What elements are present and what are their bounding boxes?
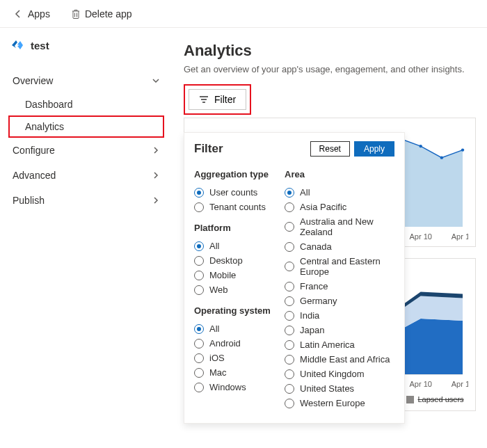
- filter-icon: [199, 95, 209, 104]
- sidebar: test Overview Dashboard Analytics Config…: [0, 28, 173, 448]
- radio-option[interactable]: India: [285, 308, 394, 323]
- radio-option[interactable]: All: [194, 321, 272, 336]
- legend-label: Lapsed users: [418, 395, 464, 403]
- radio-label: iOS: [209, 353, 225, 363]
- radio-option[interactable]: Tenant counts: [194, 200, 272, 214]
- radio-option[interactable]: iOS: [194, 351, 272, 365]
- radio-option[interactable]: Western Europe: [285, 396, 394, 410]
- radio-option[interactable]: All: [285, 185, 394, 200]
- sidebar-item-label: Configure: [13, 145, 55, 156]
- radio-icon: [194, 324, 204, 334]
- sidebar-item-configure[interactable]: Configure: [8, 138, 164, 163]
- radio-icon: [285, 369, 294, 379]
- page-subtitle: Get an overview of your app's usage, eng…: [184, 64, 476, 74]
- radio-label: Germany: [300, 296, 337, 306]
- radio-label: Canada: [300, 241, 332, 252]
- radio-label: Australia and New Zealand: [300, 216, 394, 237]
- filter-group-label-area: Area: [285, 169, 394, 179]
- radio-option[interactable]: Mac: [194, 365, 272, 380]
- legend-swatch-icon: [406, 396, 414, 403]
- radio-option[interactable]: Windows: [194, 380, 272, 394]
- sidebar-item-overview[interactable]: Overview: [8, 68, 164, 93]
- radio-label: Mac: [209, 367, 227, 378]
- filter-group-label-agg: Aggregation type: [194, 169, 272, 179]
- radio-icon: [285, 188, 294, 198]
- radio-icon: [285, 355, 294, 365]
- chevron-left-icon: [14, 10, 22, 18]
- radio-icon: [285, 202, 294, 212]
- sidebar-item-analytics[interactable]: Analytics: [8, 115, 164, 138]
- radio-label: All: [300, 187, 310, 198]
- radio-icon: [194, 271, 204, 280]
- radio-icon: [194, 339, 204, 349]
- chevron-right-icon: [152, 196, 160, 205]
- radio-icon: [285, 282, 294, 291]
- radio-option[interactable]: Germany: [285, 294, 394, 308]
- radio-label: United Kingdom: [300, 369, 365, 379]
- radio-option[interactable]: Latin America: [285, 337, 394, 352]
- sidebar-item-advanced[interactable]: Advanced: [8, 163, 164, 188]
- filter-button[interactable]: Filter: [189, 89, 246, 110]
- filter-group-label-os: Operating system: [194, 305, 272, 316]
- svg-point-12: [461, 148, 464, 151]
- delete-app-button[interactable]: Delete app: [65, 6, 138, 22]
- apply-button[interactable]: Apply: [354, 141, 394, 157]
- svg-text:Apr 19: Apr 19: [452, 380, 468, 388]
- radio-icon: [194, 256, 204, 266]
- radio-label: All: [209, 323, 219, 334]
- radio-icon: [194, 383, 204, 392]
- chevron-down-icon: [152, 77, 160, 85]
- radio-option[interactable]: Australia and New Zealand: [285, 214, 394, 239]
- radio-label: All: [209, 241, 219, 251]
- radio-label: Central and Eastern Europe: [300, 256, 394, 277]
- radio-label: Japan: [300, 325, 324, 335]
- sidebar-item-label: Publish: [13, 195, 45, 206]
- back-button-label: Apps: [28, 8, 50, 19]
- radio-label: Mobile: [209, 270, 236, 280]
- radio-icon: [194, 285, 204, 295]
- reset-button[interactable]: Reset: [310, 141, 350, 157]
- radio-option[interactable]: Middle East and Africa: [285, 352, 394, 367]
- sidebar-item-publish[interactable]: Publish: [8, 188, 164, 213]
- filter-button-highlight: Filter: [184, 84, 251, 115]
- radio-label: France: [300, 281, 328, 291]
- radio-option[interactable]: User counts: [194, 185, 272, 200]
- radio-label: Windows: [209, 382, 246, 392]
- radio-label: India: [300, 310, 319, 321]
- radio-option[interactable]: United Kingdom: [285, 367, 394, 381]
- radio-icon: [285, 242, 294, 252]
- radio-icon: [194, 241, 204, 251]
- radio-option[interactable]: Central and Eastern Europe: [285, 254, 394, 279]
- svg-text:Apr 10: Apr 10: [409, 380, 431, 388]
- radio-option[interactable]: All: [194, 239, 272, 253]
- radio-label: Desktop: [209, 255, 243, 266]
- radio-icon: [194, 202, 204, 212]
- radio-option[interactable]: Mobile: [194, 268, 272, 282]
- chevron-right-icon: [152, 146, 160, 154]
- filter-panel-title: Filter: [194, 142, 223, 156]
- sidebar-item-dashboard[interactable]: Dashboard: [8, 93, 164, 115]
- radio-option[interactable]: Desktop: [194, 253, 272, 268]
- radio-icon: [285, 326, 294, 335]
- radio-label: Asia Pacific: [300, 202, 346, 212]
- radio-option[interactable]: Asia Pacific: [285, 200, 394, 214]
- trash-icon: [71, 9, 81, 19]
- radio-icon: [285, 222, 294, 232]
- svg-text:Apr 10: Apr 10: [409, 232, 431, 241]
- radio-icon: [194, 353, 204, 363]
- radio-option[interactable]: Web: [194, 282, 272, 297]
- radio-option[interactable]: Canada: [285, 239, 394, 254]
- app-name: test: [31, 40, 49, 51]
- radio-label: User counts: [209, 187, 257, 198]
- legend-item[interactable]: Lapsed users: [406, 395, 464, 403]
- filter-panel: Filter Reset Apply Aggregation type User…: [184, 132, 405, 424]
- radio-option[interactable]: France: [285, 279, 394, 294]
- radio-option[interactable]: Japan: [285, 323, 394, 337]
- radio-icon: [194, 188, 204, 198]
- sidebar-item-label: Overview: [13, 75, 53, 86]
- radio-option[interactable]: Android: [194, 336, 272, 351]
- app-logo-icon: [10, 38, 25, 53]
- back-button[interactable]: Apps: [8, 6, 56, 22]
- radio-label: Android: [209, 338, 241, 349]
- radio-option[interactable]: United States: [285, 381, 394, 396]
